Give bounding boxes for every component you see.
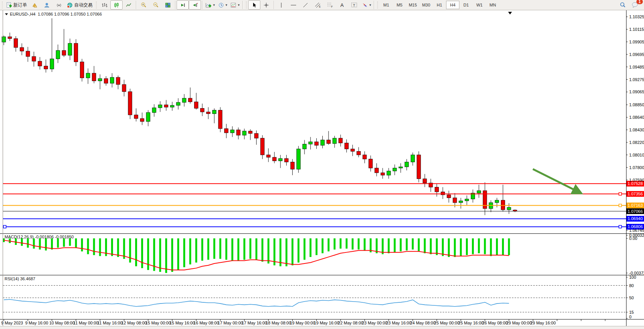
timeframe-m1-button[interactable]: M1: [379, 1, 393, 9]
chart-shift-button[interactable]: [189, 0, 201, 10]
line-chart-icon: [126, 2, 132, 8]
macd-histogram-bar: [183, 238, 185, 267]
candle-body: [38, 61, 42, 66]
indicators-button[interactable]: ▾: [204, 0, 217, 10]
macd-histogram-bar: [334, 238, 336, 249]
candle-body: [327, 140, 330, 144]
timeframe-h1-button[interactable]: H1: [433, 1, 446, 9]
macd-histogram-bar: [201, 238, 203, 261]
time-axis-label: 29 May 00:00: [506, 321, 532, 325]
zoom-in-button[interactable]: [137, 0, 150, 10]
equidistant-channel-button[interactable]: E: [312, 0, 324, 10]
candle-body: [74, 43, 78, 62]
macd-histogram-bar: [117, 238, 119, 257]
candle-body: [8, 37, 12, 39]
tile-windows-button[interactable]: [162, 0, 174, 10]
dropdown-caret-icon[interactable]: ▾: [213, 3, 215, 7]
line-chart-button[interactable]: [123, 0, 135, 10]
macd-histogram-bar: [141, 238, 143, 268]
periods-button[interactable]: ▾: [217, 0, 229, 10]
auto-trading-button[interactable]: 自动交易: [65, 0, 94, 10]
candlestick-chart-button[interactable]: [110, 0, 123, 10]
new-order-icon: [6, 2, 12, 8]
timeframe-m5-button[interactable]: M5: [393, 1, 406, 9]
candle-body: [128, 92, 132, 115]
templates-button[interactable]: ▾: [229, 0, 241, 10]
cursor-button[interactable]: [248, 0, 260, 10]
candle-body: [303, 144, 306, 149]
equidistant-channel-icon: E: [314, 2, 321, 8]
toolbar-grip[interactable]: [96, 1, 97, 9]
timeframe-mn-button[interactable]: MN: [486, 1, 499, 9]
trendline-button[interactable]: [300, 0, 312, 10]
candle-body: [206, 112, 210, 114]
candle-body: [501, 200, 505, 210]
text-button[interactable]: A: [336, 0, 348, 10]
market-watch-button[interactable]: [29, 0, 41, 10]
new-order-button[interactable]: 新订单: [4, 0, 29, 10]
candle-body: [194, 102, 198, 108]
text-label-button[interactable]: T: [348, 0, 360, 10]
arrows-button[interactable]: ▾: [360, 0, 373, 10]
time-axis-label: 15 May 00:00: [145, 321, 171, 325]
candle-body: [158, 105, 162, 108]
price-chart[interactable]: 1.075281.073561.071631.070661.069401.068…: [0, 0, 644, 329]
macd-histogram-bar: [490, 238, 492, 256]
trendline-icon: [303, 2, 308, 8]
dropdown-caret-icon[interactable]: ▾: [226, 3, 228, 7]
community-button[interactable]: [41, 0, 53, 10]
chart-dropdown-icon[interactable]: [5, 13, 8, 15]
macd-histogram-bar: [454, 238, 456, 257]
macd-histogram-bar: [292, 238, 293, 265]
macd-histogram-bar: [75, 238, 77, 248]
candle-body: [98, 78, 102, 81]
candle-body: [146, 113, 150, 121]
macd-histogram-bar: [358, 238, 360, 249]
dropdown-caret-icon[interactable]: ▾: [370, 3, 371, 7]
search-icon: [620, 2, 626, 8]
candle-body: [86, 73, 90, 78]
auto-scroll-button[interactable]: [177, 0, 189, 10]
candle-body: [80, 62, 84, 78]
macd-histogram-bar: [129, 238, 131, 262]
search-button[interactable]: [617, 0, 629, 10]
candle-body: [188, 98, 192, 102]
bar-chart-button[interactable]: [98, 0, 110, 10]
macd-histogram-bar: [165, 238, 167, 273]
vertical-line-button[interactable]: [275, 0, 287, 10]
toolbar-grip[interactable]: [2, 1, 3, 9]
macd-histogram-bar: [87, 238, 89, 254]
community-icon: [44, 2, 50, 8]
macd-histogram-bar: [249, 238, 251, 259]
toolbar-grip[interactable]: [377, 1, 379, 9]
candle-body: [369, 159, 373, 168]
timeframe-h4-button[interactable]: H4: [446, 1, 459, 9]
zoom-out-button[interactable]: [150, 0, 162, 10]
line-handle-marker: [619, 225, 622, 228]
timeframe-m15-button[interactable]: M15: [406, 1, 419, 9]
timeframe-m30-button[interactable]: M30: [419, 1, 433, 9]
price-tag-label: 1.07163: [628, 203, 643, 208]
notifications-button[interactable]: 1: [629, 0, 641, 10]
candle-body: [140, 118, 144, 121]
candle-body: [309, 142, 312, 144]
rsi-axis-label: 50: [629, 295, 634, 300]
fibonacci-button[interactable]: F: [324, 0, 336, 10]
line-handle-marker: [619, 204, 622, 207]
macd-histogram-bar: [394, 238, 396, 252]
arrows-icon: [362, 2, 368, 8]
candle-body: [435, 187, 439, 192]
timeframe-w1-button[interactable]: W1: [473, 1, 486, 9]
dropdown-caret-icon[interactable]: ▾: [238, 3, 240, 7]
toolbar-grip[interactable]: [245, 1, 247, 9]
time-axis-label: 23 May 16:00: [386, 321, 411, 325]
rsi-axis-label: 80: [629, 283, 634, 288]
chart-background: [0, 10, 644, 326]
horizontal-line-button[interactable]: [287, 0, 300, 10]
toolbar-separator: [242, 1, 243, 9]
signals-button[interactable]: [53, 0, 65, 10]
timeframe-d1-button[interactable]: D1: [459, 1, 473, 9]
macd-histogram-bar: [51, 238, 53, 249]
macd-histogram-bar: [400, 238, 402, 251]
crosshair-button[interactable]: [260, 0, 273, 10]
